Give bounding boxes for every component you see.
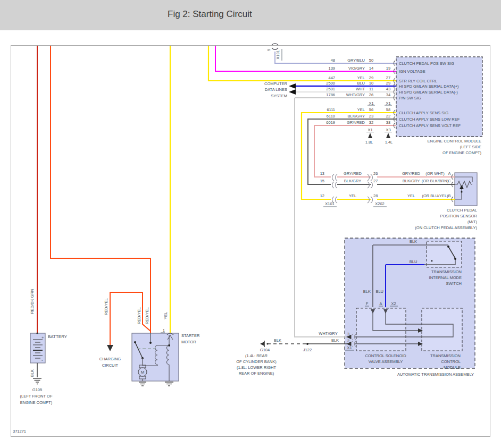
pin: 56 <box>369 107 373 112</box>
wire-label-red-yel-2: RED/YEL <box>137 307 141 324</box>
terminal: C <box>448 179 451 183</box>
wire-color: YEL <box>357 107 365 112</box>
pin: 26 <box>373 171 378 176</box>
battery-label: BATTERY <box>48 334 68 339</box>
wire-label-wht-gry: WHT/GRY <box>319 331 337 336</box>
charging-label-2: CIRCUIT <box>102 363 119 368</box>
wire-number: 1786 <box>326 92 335 97</box>
tcm-name-2: CONTROL <box>441 359 461 364</box>
pin: 19 <box>386 66 390 71</box>
wire-color: YEL <box>349 193 356 198</box>
ecm-engine-14: 1.4L <box>385 140 393 145</box>
pin: 10 <box>369 81 373 86</box>
pin: 12 <box>320 193 324 198</box>
wire-number: 6111 <box>327 107 335 112</box>
pin: 38 <box>386 120 390 125</box>
wire-label-blk-battery: BLK <box>30 369 35 377</box>
cpps-name-4: (ON CLUTCH PEDAL ASSEMBLY) <box>415 225 477 230</box>
wire-color: WHT <box>356 87 365 91</box>
pin: 15 <box>320 179 324 183</box>
wire-color: GRY/RED <box>402 171 421 176</box>
pin: 14 <box>369 66 373 71</box>
clutch-pedal-position-sensor-box <box>455 173 477 206</box>
wiring-diagram-page: Fig 2: Starting Circuit <box>0 0 501 448</box>
g104-note-4: REAR OF ENGINE) <box>239 371 274 376</box>
wire-label-yel: YEL <box>163 312 168 319</box>
wire-number: 6110 <box>327 114 335 119</box>
transmission-control-module-box <box>422 308 462 351</box>
wire-color: BLK/GRY <box>344 179 361 183</box>
pin: 27 <box>373 179 378 183</box>
wire-color: VIO/GRY <box>348 66 365 71</box>
x101-top-pin: 9 <box>266 49 271 51</box>
g105-note-2: ENGINE COMPT) <box>20 400 53 405</box>
cpps-name-3: (M/T) <box>467 219 477 224</box>
pin-a: A <box>379 301 382 306</box>
pin: 58 <box>386 107 390 112</box>
pin: 32 <box>369 120 373 125</box>
pin-f: F <box>366 301 369 306</box>
wire-color: GRY/BLU <box>347 58 365 63</box>
wire-number: 2501 <box>326 87 335 91</box>
ecm-label: CLUTCH PEDAL POS SW SIG <box>399 61 454 66</box>
g104-id: G104 <box>260 348 270 352</box>
ecm-conn-x3: X3 <box>386 128 390 132</box>
pin: 29 <box>386 81 390 86</box>
g104-note-3: (1.8L: LOWER RIGHT <box>237 365 277 370</box>
cdl-line2: DATA LINES <box>265 87 287 92</box>
connector-header: X1 <box>369 101 373 106</box>
charging-label-1: CHARGING <box>99 357 121 361</box>
wire-label-blu-top: BLU <box>410 259 418 264</box>
wire-label-blk-top: BLK <box>410 239 417 244</box>
ecm-name-1: ENGINE CONTROL MODULE <box>428 139 481 143</box>
wire-color: GRY/RED <box>347 120 365 125</box>
ecm-label: CLUTCH APPLY SENS SIG <box>399 111 448 115</box>
wire-label-blk-mid: BLK <box>363 289 371 294</box>
ecm-label: P/N SW SIG <box>399 96 421 100</box>
mode-switch-contact-dot-2 <box>454 258 456 260</box>
wire-color: GRY/RED <box>344 171 362 176</box>
g105-note-1: (LEFT FRONT OF <box>20 394 53 399</box>
pin: 27 <box>386 75 390 80</box>
starter-feed-dot <box>149 342 152 344</box>
pin: 34 <box>386 92 390 97</box>
g104-note-1: (1.4L: REAR <box>245 353 268 358</box>
pin: 11 <box>369 87 373 91</box>
wire-label-blu-mid: BLU <box>375 289 383 294</box>
ims-name-2: INTERNAL MODE <box>429 275 462 280</box>
pin: 13 <box>320 171 324 176</box>
terminal: A <box>448 171 450 176</box>
ecm-name-3: OF ENGINE COMPT) <box>442 150 481 155</box>
wire-label-red-yel-1: RED/YEL <box>104 298 108 315</box>
pin: 29 <box>369 75 373 80</box>
wire-alt-color: (OR BLK/BRN) <box>422 179 449 183</box>
x101-top-id: X101 <box>275 50 280 60</box>
pin: 22 <box>386 114 390 119</box>
wire-number: 6019 <box>326 120 335 125</box>
connector-header: X1 <box>386 101 390 106</box>
wire-label-red-dk-grn: RED/DK GRN <box>30 289 35 314</box>
g105-id: G105 <box>32 387 42 392</box>
pin: 23 <box>369 114 373 119</box>
starter-name-2: MOTOR <box>181 340 196 344</box>
ims-name-3: SWITCH <box>446 281 462 286</box>
cpps-name-1: CLUTCH PEDAL <box>447 208 477 213</box>
wire-number: 48 <box>331 58 335 63</box>
starter-name-1: STARTER <box>181 333 200 338</box>
starting-circuit-diagram: 371271 9 X101 COMPUTER DATA LINES SYSTEM… <box>0 0 501 448</box>
ecm-conn-x1: X1 <box>368 128 372 132</box>
mode-switch-dot <box>431 260 433 262</box>
sensor-dot <box>461 191 462 192</box>
ecm-engine-18: 1.8L <box>365 140 373 145</box>
connector-x2: X2 <box>391 301 396 306</box>
ims-name-1: TRANSMISSION <box>431 269 462 274</box>
wire-color: BLK/GRY <box>403 179 420 183</box>
wire-color: BLU <box>357 81 365 86</box>
cdl-line1: COMPUTER <box>264 81 288 86</box>
csva-name-2: VALVE ASSEMBLY <box>369 359 403 364</box>
cpps-name-2: POSITION SENSOR <box>440 214 477 218</box>
wire-number: 139 <box>328 66 335 71</box>
pin: 28 <box>373 193 378 198</box>
pin-3: 3 <box>347 332 349 336</box>
motor-m: M <box>141 370 145 375</box>
